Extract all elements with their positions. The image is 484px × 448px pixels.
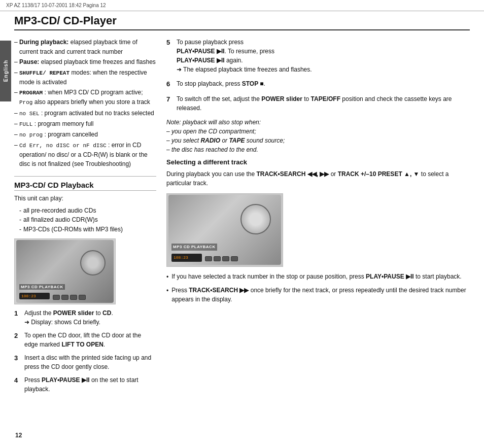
arrow-icon: ➜	[24, 319, 29, 326]
cd-controls-row: 108:23	[19, 293, 111, 300]
cd-btn	[231, 256, 238, 261]
note-block: Note: playback will also stop when: – yo…	[166, 118, 470, 154]
selecting-text: During playback you can use the TRACK•SE…	[166, 169, 470, 188]
left-column: During playback: elapsed playback time o…	[14, 38, 156, 434]
cd-image-right-inner: MP3 CD PLAYBACK 108:23	[168, 195, 281, 265]
track-search-ref: TRACK•SEARCH ▶▶	[189, 287, 249, 294]
item-mono: no SEL	[19, 111, 40, 117]
cd-display: 108:23	[19, 293, 50, 299]
item-text: : program memory full	[34, 120, 94, 127]
cd-right-buttons	[205, 256, 238, 261]
step-6: 6 To stop playback, press STOP ■.	[166, 79, 470, 89]
list-item: Pause: elapsed playback time freezes and…	[14, 57, 156, 67]
cd-btn	[61, 295, 68, 300]
step-text: Insert a disc with the printed side faci…	[24, 353, 156, 371]
main-content: MP3-CD/ CD-Player During playback: elaps…	[14, 14, 470, 434]
bullet-dot: •	[166, 272, 168, 282]
section-title: MP3-CD/ CD Playback	[14, 181, 156, 191]
step-number: 6	[166, 79, 174, 89]
cd-buttons	[53, 295, 86, 300]
cd-btn	[53, 295, 60, 300]
step-text: Adjust the POWER slider to CD. ➜ Display…	[24, 308, 156, 327]
bold-text: STOP ■	[242, 80, 264, 87]
item-mono: FULL	[19, 121, 32, 127]
item-mono2: Prog	[19, 99, 32, 106]
selecting-section: Selecting a different track During playb…	[166, 157, 470, 304]
bold-text: LIFT TO OPEN	[61, 341, 103, 348]
top-bar-left: XP AZ 1138/17 10-07-2001 18:42 Pagina 12	[6, 3, 106, 8]
bold-text: CD	[102, 309, 111, 317]
playback-intro: This unit can play:	[14, 194, 156, 203]
step-4: 4 Press PLAY•PAUSE ▶II on the set to sta…	[14, 375, 156, 394]
selecting-title: Selecting a different track	[166, 157, 470, 167]
item-bold: Pause:	[19, 58, 39, 65]
list-item: all pre-recorded audio CDs	[14, 206, 156, 216]
step-7: 7 To switch off the set, adjust the POWE…	[166, 94, 470, 113]
item-mono: SHUFFLE/ REPEAT	[19, 70, 70, 76]
bullet-text: Press TRACK•SEARCH ▶▶ once briefly for t…	[171, 286, 470, 304]
columns: During playback: elapsed playback time o…	[14, 38, 470, 434]
track-search-label: TRACK•SEARCH ◀◀, ▶▶	[256, 170, 329, 178]
page-number: 12	[15, 432, 22, 439]
page-title: MP3-CD/ CD-Player	[14, 14, 470, 30]
item-text: : when MP3 CD/ CD program active;	[45, 89, 143, 96]
list-item: no prog : program cancelled	[14, 130, 156, 140]
top-bar: XP AZ 1138/17 10-07-2001 18:42 Pagina 12	[0, 0, 484, 11]
list-item: MP3-CDs (CD-ROMs with MP3 files)	[14, 225, 156, 234]
cd-label: MP3 CD PLAYBACK	[19, 284, 111, 291]
cd-image-inner: MP3 CD PLAYBACK 108:23	[16, 240, 114, 303]
arrow-icon: ➜	[177, 66, 182, 73]
step-number: 3	[14, 353, 21, 371]
right-column: 5 To pause playback press PLAY•PAUSE ▶II…	[166, 38, 470, 434]
cd-btn	[79, 295, 86, 300]
cd-disc-decoration-right	[240, 204, 271, 234]
bold-text: POWER slider	[53, 309, 94, 317]
step-text: Press PLAY•PAUSE ▶II on the set to start…	[24, 375, 156, 394]
step-number: 7	[166, 94, 174, 113]
list-item: PROGRAM : when MP3 CD/ CD program active…	[14, 88, 156, 107]
cd-btn	[205, 256, 212, 261]
step-text: To stop playback, press STOP ■.	[177, 79, 470, 89]
step-5: 5 To pause playback press PLAY•PAUSE ▶II…	[166, 38, 470, 74]
playback-list: all pre-recorded audio CDs all finalized…	[14, 206, 156, 234]
cd-label-text: MP3 CD PLAYBACK	[19, 284, 65, 290]
cd-right-label-row: MP3 CD PLAYBACK	[171, 244, 278, 252]
cd-player-image-left: MP3 CD PLAYBACK 108:23	[14, 238, 116, 304]
cd-player-image-right: MP3 CD PLAYBACK 108:23	[166, 193, 283, 267]
bold-text: PLAY•PAUSE ▶II	[177, 48, 225, 55]
bold-text: PLAY•PAUSE ▶II	[42, 376, 90, 384]
list-item: no SEL : program activated but no tracks…	[14, 109, 156, 118]
item-text: elapsed playback time freezes and flashe…	[41, 58, 156, 65]
list-item: SHUFFLE/ REPEAT modes: when the respecti…	[14, 68, 156, 87]
item-mono: Cd Err, no dISC or nF dISC	[19, 143, 107, 149]
bold-text: PLAY•PAUSE ▶II	[177, 57, 225, 64]
cd-right-label: MP3 CD PLAYBACK	[171, 244, 217, 251]
step-text: To pause playback press PLAY•PAUSE ▶II. …	[177, 38, 470, 74]
bullet-1: • If you have selected a track number in…	[166, 272, 470, 282]
step-number: 5	[166, 38, 174, 74]
steps-left: 1 Adjust the POWER slider to CD. ➜ Displ…	[14, 308, 156, 394]
bullet-dot: •	[166, 286, 168, 304]
list-item: Cd Err, no dISC or nF dISC : error in CD…	[14, 141, 156, 169]
side-tab: English	[0, 41, 11, 101]
cd-right-display: 108:23	[171, 254, 202, 262]
item-mono: no prog	[19, 132, 43, 138]
bullet-2: • Press TRACK•SEARCH ▶▶ once briefly for…	[166, 286, 470, 304]
bold-text: POWER slider	[261, 95, 302, 102]
cd-right-controls: 108:23	[171, 254, 278, 262]
bold-text: PLAY•PAUSE ▶II	[366, 273, 414, 280]
item-bold: During playback:	[19, 39, 68, 46]
note-text: Note: playback will also stop when: – yo…	[166, 119, 285, 153]
step-number: 4	[14, 375, 21, 394]
side-tab-label: English	[3, 60, 9, 82]
bold-text: TAPE/OFF	[311, 95, 340, 102]
track-preset-label: TRACK +/–10 PRESET ▲, ▼	[338, 170, 420, 178]
bold-text: RADIO	[200, 137, 220, 144]
mono-text: Cd	[74, 319, 81, 326]
item-mono: PROGRAM	[19, 90, 43, 96]
divider	[14, 176, 156, 177]
bold-text: TAPE	[229, 137, 245, 144]
step-number: 2	[14, 331, 21, 349]
cd-btn	[214, 256, 221, 261]
step-3: 3 Insert a disc with the printed side fa…	[14, 353, 156, 371]
